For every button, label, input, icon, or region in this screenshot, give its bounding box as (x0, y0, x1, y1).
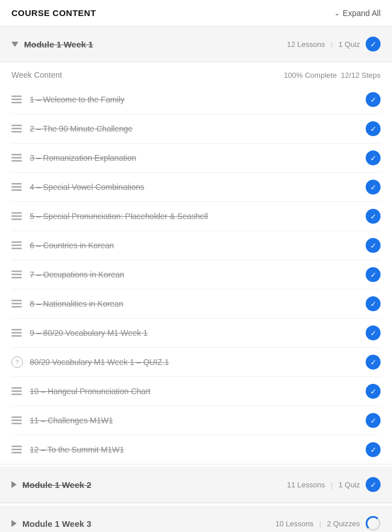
lesson-left: 1 – Welcome to the Family (11, 95, 124, 104)
lesson-check: ✓ (366, 238, 381, 253)
divider (0, 464, 392, 464)
quiz-count-week1: 1 Quiz (338, 40, 360, 49)
module-title-week1: Module 1 Week 1 (24, 39, 93, 49)
lesson-left: 7 – Occupations in Korean (11, 270, 124, 279)
lesson-label: 9 – 80/20 Vocabulary M1 Week 1 (30, 328, 148, 338)
lesson-check: ✓ (366, 413, 381, 428)
lessons-count-week1: 12 Lessons (287, 40, 326, 49)
lesson-list-week1: 1 – Welcome to the Family ✓ 2 – The 90 M… (0, 85, 392, 464)
divider (0, 503, 392, 503)
lesson-label: 3 – Romanization Explanation (30, 153, 136, 162)
separator-week2: | (331, 481, 332, 489)
week-content-header: Week Content 100% Complete 12/12 Steps (0, 62, 392, 85)
lesson-icon (11, 271, 23, 279)
module-stats-week3: 10 Lessons | 2 Quizzes (275, 516, 381, 531)
list-item[interactable]: 9 – 80/20 Vocabulary M1 Week 1 ✓ (11, 319, 381, 348)
progress-percent: 100% Complete (284, 71, 337, 80)
lesson-left: ? 80/20 Vocabulary M1 Week 1 – QUIZ.1 (11, 356, 169, 368)
list-item[interactable]: 7 – Occupations in Korean ✓ (11, 260, 381, 289)
lesson-check: ✓ (366, 150, 381, 165)
lesson-left: 3 – Romanization Explanation (11, 153, 136, 162)
svg-rect-24 (11, 329, 22, 331)
lesson-left: 8 – Nationalities in Korean (11, 299, 123, 308)
svg-rect-2 (11, 102, 22, 104)
list-item[interactable]: 12 – To the Summit M1W1 ✓ (11, 435, 381, 464)
expand-icon-week2 (11, 481, 17, 488)
lesson-icon (11, 125, 23, 133)
lesson-check: ✓ (366, 325, 381, 340)
list-item[interactable]: 4 – Special Vowel Combinations ✓ (11, 173, 381, 202)
lesson-icon (11, 154, 23, 162)
lesson-left: 6 – Countries in Korean (11, 241, 114, 250)
svg-rect-25 (11, 332, 22, 334)
svg-rect-3 (11, 125, 22, 126)
lesson-left: 9 – 80/20 Vocabulary M1 Week 1 (11, 328, 148, 338)
lesson-left: 10 – Hangeul Pronunciation Chart (11, 387, 151, 396)
list-item[interactable]: 8 – Nationalities in Korean ✓ (11, 289, 381, 319)
module-row-left-week2: Module 1 Week 2 (11, 480, 92, 490)
svg-rect-0 (11, 96, 22, 97)
expand-all-label: Expand All (343, 9, 381, 18)
svg-rect-16 (11, 245, 22, 247)
svg-rect-21 (11, 300, 22, 301)
lesson-icon (11, 329, 23, 337)
list-item[interactable]: 2 – The 90 Minute Challenge ✓ (11, 114, 381, 144)
list-item[interactable]: 3 – Romanization Explanation ✓ (11, 144, 381, 173)
expand-all-button[interactable]: ⌄ Expand All (334, 9, 381, 18)
week-content-progress: 100% Complete 12/12 Steps (284, 71, 381, 80)
list-item[interactable]: 1 – Welcome to the Family ✓ (11, 85, 381, 114)
chevron-down-icon: ⌄ (334, 9, 340, 17)
lesson-label: 2 – The 90 Minute Challenge (30, 124, 133, 133)
course-header: COURSE CONTENT ⌄ Expand All (0, 0, 392, 26)
complete-check-week1: ✓ (366, 37, 381, 51)
svg-rect-30 (11, 416, 22, 418)
lessons-count-week2: 11 Lessons (287, 481, 326, 489)
lesson-label: 10 – Hangeul Pronunciation Chart (30, 387, 151, 396)
svg-rect-19 (11, 274, 22, 276)
module-row-left-week1: Module 1 Week 1 (11, 39, 93, 49)
svg-rect-7 (11, 157, 22, 159)
lesson-check: ✓ (366, 267, 381, 282)
module-row-week1[interactable]: Module 1 Week 1 12 Lessons | 1 Quiz ✓ (0, 26, 392, 62)
svg-rect-6 (11, 154, 22, 156)
module-title-week2: Module 1 Week 2 (22, 480, 92, 490)
svg-rect-20 (11, 277, 22, 279)
list-item[interactable]: 6 – Countries in Korean ✓ (11, 231, 381, 260)
lesson-check: ✓ (366, 442, 381, 457)
svg-rect-23 (11, 306, 22, 308)
lesson-icon (11, 300, 23, 308)
lesson-label: 11 – Challenges M1W1 (30, 416, 113, 425)
course-content-panel: COURSE CONTENT ⌄ Expand All Module 1 Wee… (0, 0, 392, 532)
lesson-check: ✓ (366, 180, 381, 194)
lesson-icon (11, 212, 23, 220)
lesson-check: ✓ (366, 121, 381, 136)
lesson-label: 1 – Welcome to the Family (30, 95, 124, 104)
svg-rect-22 (11, 303, 22, 305)
svg-rect-28 (11, 391, 22, 392)
lesson-left: 11 – Challenges M1W1 (11, 416, 113, 425)
lesson-icon (11, 241, 23, 249)
list-item[interactable]: ? 80/20 Vocabulary M1 Week 1 – QUIZ.1 ✓ (11, 348, 381, 377)
lesson-label: 6 – Countries in Korean (30, 241, 114, 250)
lesson-check: ✓ (366, 296, 381, 311)
svg-rect-1 (11, 99, 22, 101)
list-item[interactable]: 10 – Hangeul Pronunciation Chart ✓ (11, 377, 381, 406)
svg-rect-31 (11, 420, 22, 422)
svg-rect-12 (11, 212, 22, 214)
lesson-label: 5 – Special Pronunciation: Placeholder &… (30, 212, 208, 221)
module-row-week3[interactable]: Module 1 Week 3 10 Lessons | 2 Quizzes (0, 506, 392, 532)
lesson-label: 12 – To the Summit M1W1 (30, 445, 124, 454)
module-row-left-week3: Module 1 Week 3 (11, 519, 92, 529)
lesson-icon (11, 183, 23, 191)
module-row-week2[interactable]: Module 1 Week 2 11 Lessons | 1 Quiz ✓ (0, 467, 392, 503)
lessons-count-week3: 10 Lessons (275, 519, 314, 528)
svg-rect-14 (11, 219, 22, 220)
week-content-label: Week Content (11, 70, 62, 80)
partial-check-week3 (366, 516, 381, 531)
list-item[interactable]: 11 – Challenges M1W1 ✓ (11, 406, 381, 435)
lesson-left: 5 – Special Pronunciation: Placeholder &… (11, 212, 208, 221)
list-item[interactable]: 5 – Special Pronunciation: Placeholder &… (11, 202, 381, 231)
svg-rect-32 (11, 423, 22, 424)
course-content-title: COURSE CONTENT (11, 8, 96, 18)
steps-count: 12/12 Steps (341, 71, 381, 80)
